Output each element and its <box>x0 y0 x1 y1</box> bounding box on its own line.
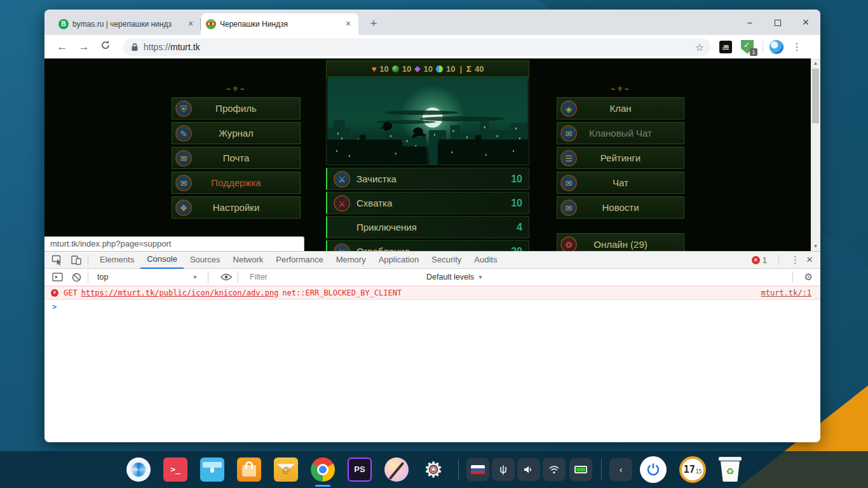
url-domain: mturt.tk <box>170 42 200 52</box>
devtools-separator <box>208 271 208 283</box>
menu-item-clan[interactable]: ◈ Клан <box>557 97 684 119</box>
log-levels-dropdown[interactable]: Default levels ▼ <box>426 273 483 281</box>
live-expression-eye-icon[interactable] <box>220 271 233 283</box>
devtools-tab-memory[interactable]: Memory <box>330 252 372 269</box>
page-scrollbar[interactable]: ▲ ▼ <box>811 58 820 251</box>
mission-label: Зачистка <box>356 173 397 184</box>
reload-button[interactable] <box>98 39 113 55</box>
close-tab-icon[interactable]: × <box>343 19 353 29</box>
levels-value: Default levels <box>426 273 474 281</box>
menu-item-news[interactable]: ✉ Новости <box>557 196 684 219</box>
browser-toolbar: ← → https://mturt.tk ☆ JB ✓ 1 ⋮ <box>44 35 820 58</box>
collapse-chevron-icon[interactable]: ‹ <box>609 458 632 481</box>
menu-item-ratings[interactable]: ☰ Рейтинги <box>557 147 684 169</box>
devtools-tab-security[interactable]: Security <box>425 252 468 269</box>
inspect-element-icon[interactable] <box>51 254 64 266</box>
menu-item-journal[interactable]: ✎ Журнал <box>172 122 301 144</box>
menu-item-mail[interactable]: ✉ Почта <box>172 147 301 169</box>
devtools-tab-console[interactable]: Console <box>140 252 184 269</box>
error-count: 1 <box>763 255 767 265</box>
console-filter-input[interactable] <box>250 273 414 281</box>
menu-label: Профиль <box>172 103 300 114</box>
link-status-bar: mturt.tk/index.php?page=support <box>44 236 304 251</box>
jetbrains-extension-icon[interactable]: JB <box>719 41 732 53</box>
usb-icon[interactable]: ψ <box>492 458 515 481</box>
app-store-icon[interactable] <box>237 458 261 482</box>
menu-label: Чат <box>557 177 684 188</box>
clock-icon[interactable]: 17 15 <box>679 456 706 483</box>
console-input-row[interactable]: > <box>44 300 820 314</box>
mission-label: Схватка <box>356 198 392 208</box>
menu-label: Поддержка <box>172 177 300 188</box>
devtools-menu-icon[interactable]: ⋮ <box>790 254 800 266</box>
tab-title: bymas.ru | черепашки ниндз <box>72 20 182 29</box>
battery-icon[interactable] <box>569 458 592 481</box>
swirl-extension-icon[interactable] <box>770 40 783 54</box>
browser-menu-icon[interactable]: ⋮ <box>791 41 803 53</box>
menu-item-profile[interactable]: ⛨ Профиль <box>172 97 301 119</box>
turtle-favicon <box>206 19 216 29</box>
bookmark-star-icon[interactable]: ☆ <box>695 41 704 53</box>
menu-item-support[interactable]: ✉ Поддержка <box>172 172 301 194</box>
close-window-button[interactable]: × <box>800 16 811 29</box>
devtools-tab-performance[interactable]: Performance <box>269 252 329 269</box>
back-button[interactable]: ← <box>55 39 70 55</box>
console-context-dropdown[interactable]: top ▼ <box>97 273 203 281</box>
console-sidebar-toggle-icon[interactable] <box>51 271 64 283</box>
scroll-down-icon[interactable]: ▼ <box>811 241 820 251</box>
scrollbar-thumb[interactable] <box>812 69 819 123</box>
mail-icon[interactable]: @ <box>274 458 298 482</box>
sigma-icon: Σ <box>466 64 471 74</box>
console-settings-gear-icon[interactable]: ⚙ <box>804 271 813 283</box>
terminal-icon[interactable]: >_ <box>163 458 187 482</box>
mission-clear[interactable]: ⚔ Зачистка 10 <box>326 168 529 190</box>
power-button-icon[interactable] <box>640 456 667 483</box>
trash-icon[interactable]: ♻ <box>719 457 742 482</box>
menu-item-online[interactable]: ❂ Онлайн (29) <box>557 233 684 251</box>
error-count-badge[interactable]: × 1 <box>752 255 767 265</box>
keyboard-layout-flag-icon[interactable] <box>466 458 489 481</box>
volume-icon[interactable] <box>517 458 540 481</box>
stats-divider: | <box>459 64 462 74</box>
devtools-tab-network[interactable]: Network <box>227 252 270 269</box>
ornament-divider-icon: ⌁⚜⌁ <box>172 85 301 95</box>
minimize-button[interactable]: − <box>744 17 756 28</box>
mission-count: 4 <box>517 222 522 233</box>
error-source-link[interactable]: mturt.tk/:1 <box>761 288 811 297</box>
devtools-tab-elements[interactable]: Elements <box>93 252 140 269</box>
address-bar[interactable]: https://mturt.tk ☆ <box>123 38 710 56</box>
close-tab-icon[interactable]: × <box>186 19 196 29</box>
chrome-icon[interactable] <box>311 458 335 482</box>
scroll-up-icon[interactable]: ▲ <box>811 58 820 68</box>
paint-app-icon[interactable] <box>384 458 409 482</box>
mission-adventures[interactable]: Приключения 4 <box>326 216 529 238</box>
clear-console-icon[interactable] <box>70 271 83 283</box>
wifi-icon[interactable] <box>543 458 566 481</box>
menu-item-chat[interactable]: ✉ Чат <box>557 172 684 194</box>
console-prompt-icon: > <box>52 302 57 311</box>
new-tab-button[interactable]: + <box>366 17 381 32</box>
device-toolbar-icon[interactable] <box>70 254 83 266</box>
forward-button[interactable]: → <box>76 39 92 55</box>
tab-turtles[interactable]: Черепашки Ниндзя × <box>201 13 358 35</box>
error-url-link[interactable]: https://mturt.tk/public/icon/knicon/adv.… <box>81 288 279 297</box>
photoshop-icon[interactable]: PS <box>348 458 372 482</box>
menu-item-clan-chat[interactable]: ✉ Клановый Чат <box>557 122 684 144</box>
mission-fight[interactable]: ⚔ Схватка 10 <box>326 192 529 214</box>
launcher-icon[interactable] <box>126 458 151 482</box>
clock-minutes: 15 <box>696 469 702 475</box>
mission-robbery[interactable]: ⚔ Ограбление 20 <box>326 240 529 251</box>
right-menu: ⌁⚜⌁ ◈ Клан ✉ Клановый Чат ☰ Рейтинги ✉ Ч… <box>557 85 684 251</box>
settings-gear-icon[interactable]: ⚙ <box>421 458 445 482</box>
devtools-close-icon[interactable]: × <box>806 254 813 266</box>
file-manager-icon[interactable] <box>200 458 224 482</box>
tab-title: Черепашки Ниндзя <box>220 20 339 29</box>
menu-item-settings[interactable]: ✥ Настройки <box>172 196 301 219</box>
adblock-shield-extension-icon[interactable]: ✓ 1 <box>741 40 755 54</box>
maximize-button[interactable] <box>772 17 783 28</box>
devtools-tab-audits[interactable]: Audits <box>468 252 503 269</box>
devtools-tab-application[interactable]: Application <box>372 252 426 269</box>
mission-count: 10 <box>511 198 522 209</box>
tab-bymas[interactable]: B bymas.ru | черепашки ниндз × <box>53 13 201 35</box>
devtools-tab-sources[interactable]: Sources <box>184 252 227 269</box>
